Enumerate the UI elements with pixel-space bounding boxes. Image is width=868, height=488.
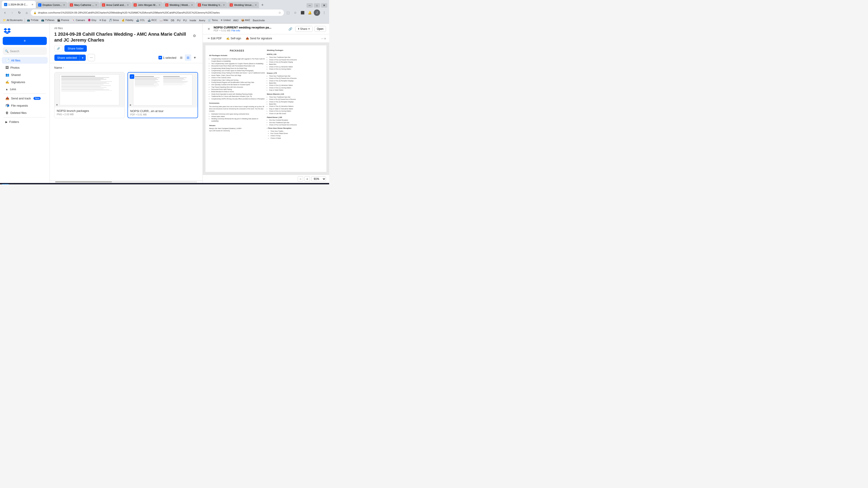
- more-actions-button[interactable]: ···: [88, 54, 95, 61]
- sidebar-item-file-requests[interactable]: 📬 File requests: [2, 102, 48, 109]
- screen-cast-button[interactable]: ⬚: [285, 9, 291, 16]
- bookmark-sirius[interactable]: 🎵 Sirius: [108, 18, 120, 22]
- bookmark-premre[interactable]: 🎬 Premre: [56, 18, 70, 22]
- sidebar-item-photos[interactable]: 🖼 Photos: [2, 64, 48, 71]
- sidebar-item-folders[interactable]: ▶ Folders: [2, 119, 48, 125]
- home-button[interactable]: ⌂: [24, 9, 30, 16]
- preview-expand-icon[interactable]: ∧: [324, 37, 326, 40]
- zoom-out-button[interactable]: −: [298, 176, 303, 182]
- bookmark-tvgde[interactable]: 📺 TVGde: [26, 18, 40, 22]
- shared-label: Shared: [11, 73, 21, 76]
- start-button[interactable]: ⊞: [2, 184, 9, 184]
- sidebar-item-shared[interactable]: 👥 Shared: [2, 71, 48, 78]
- preview-copy-link-button[interactable]: 🔗: [287, 26, 293, 32]
- preview-file-title: NOPSI CURRENT wedding reception pa...: [214, 26, 286, 29]
- tab-8[interactable]: D Wedding Venue... ✕: [227, 2, 259, 8]
- bookmark-exp[interactable]: ✈ Exp: [98, 18, 107, 22]
- share-selected-button[interactable]: Share selected: [55, 55, 80, 61]
- tab-6[interactable]: D Wedding | Wedd... ✕: [163, 2, 195, 8]
- preview-open-button[interactable]: Open: [314, 26, 326, 32]
- bookmark-basicinvite[interactable]: BasicInvite: [252, 19, 266, 22]
- bookmark-inside[interactable]: Inside: [188, 19, 197, 22]
- file-card-2[interactable]: ✓: [127, 72, 198, 118]
- maximize-button[interactable]: □: [314, 3, 320, 8]
- tab-4[interactable]: D Anna Cahill and... ✕: [100, 2, 131, 8]
- folders-label: Folders: [9, 120, 19, 124]
- search-placeholder-text: Search: [10, 50, 19, 53]
- sidebar-item-less[interactable]: ▲ Less: [2, 86, 48, 92]
- address-star-icon[interactable]: ☆: [278, 11, 281, 14]
- bookmark-avery[interactable]: Avery: [198, 19, 206, 22]
- tab-2-close[interactable]: ✕: [63, 4, 65, 6]
- bookmark-temu[interactable]: 🛒 Temu: [207, 18, 219, 22]
- minimize-button[interactable]: ─: [307, 3, 313, 8]
- sidebar-item-deleted-files[interactable]: 🗑 Deleted files: [2, 109, 48, 116]
- preview-share-button[interactable]: ⬆ Share ▼: [296, 26, 312, 32]
- grid-view-button[interactable]: ⊞: [178, 55, 184, 61]
- address-bar[interactable]: 🔒 dropbox.com/home/1%202024-09-28%20Cahi…: [31, 9, 284, 16]
- reload-button[interactable]: ↻: [16, 9, 23, 16]
- tab-5-close[interactable]: ✕: [158, 4, 160, 6]
- share-selected-dropdown-button[interactable]: ▼: [80, 55, 86, 61]
- settings-button[interactable]: ⚙: [191, 32, 198, 39]
- zoom-in-button[interactable]: +: [305, 176, 310, 182]
- tab-2[interactable]: D Dropbox Comm... ✕: [36, 2, 67, 8]
- extension-button[interactable]: ⬛: [299, 9, 306, 16]
- zoom-level-select[interactable]: 91% 75% 100% 125%: [311, 176, 326, 182]
- bookmark-fidelity[interactable]: 💰 Fidelity: [121, 18, 134, 22]
- name-column-header[interactable]: Name ↑: [54, 66, 198, 69]
- close-window-button[interactable]: ✕: [321, 3, 327, 8]
- browser-chrome: D 1 2024-09-28 C... ✕ D Dropbox Comm... …: [0, 0, 329, 24]
- bookmark-button[interactable]: ☆: [292, 9, 298, 16]
- bookmark-etsy[interactable]: 🧶 Etsy: [87, 18, 97, 22]
- tab-6-close[interactable]: ✕: [191, 4, 193, 6]
- bookmark-caesars[interactable]: 🃏 Caesars: [71, 18, 86, 22]
- tab-3-close[interactable]: ✕: [95, 4, 97, 6]
- tab-4-close[interactable]: ✕: [127, 4, 129, 6]
- tab-3[interactable]: D Mary Catherine ... ✕: [68, 2, 99, 8]
- new-tab-button[interactable]: +: [259, 2, 266, 8]
- edit-pdf-button[interactable]: ✏ Edit PDF: [206, 36, 223, 41]
- back-button[interactable]: ‹: [2, 9, 8, 16]
- bookmark-wiki[interactable]: 📖 Wiki: [158, 18, 169, 22]
- sidebar-item-signatures[interactable]: ✍ Signatures: [2, 78, 48, 86]
- dropbox-logo[interactable]: [0, 25, 50, 37]
- bookmark-awj[interactable]: AWJ: [232, 19, 240, 22]
- profile-avatar[interactable]: J: [314, 9, 320, 16]
- notifications-button[interactable]: 🔔: [307, 9, 313, 16]
- bookmark-db[interactable]: DB: [170, 19, 176, 22]
- share-folder-button[interactable]: Share folder: [64, 45, 87, 52]
- send-signature-button[interactable]: 📤 Send for signature: [244, 36, 274, 41]
- preview-body: PACKAGES All Packages Include: Complimen…: [203, 43, 329, 175]
- new-button[interactable]: +: [3, 37, 47, 45]
- bookmark-pu[interactable]: PU: [176, 19, 182, 22]
- folder-title: 1 2024-09-28 Cahill Charles Wedding - AM…: [54, 31, 189, 43]
- bookmark-amz[interactable]: 📦 AMZ: [240, 18, 251, 22]
- bookmark-rcc[interactable]: 🚢 RCC: [147, 18, 158, 22]
- preview-more-icon[interactable]: ···: [321, 37, 324, 40]
- menu-button[interactable]: ⋮: [321, 9, 327, 16]
- tab-5[interactable]: D John Morgan M... ✕: [131, 2, 163, 8]
- file-2-checkbox[interactable]: ✓: [130, 74, 134, 79]
- tab-8-close[interactable]: ✕: [255, 4, 257, 6]
- forward-button[interactable]: ›: [9, 9, 16, 16]
- grid-small-view-button[interactable]: ⊟: [185, 55, 191, 61]
- sidebar-item-all-files[interactable]: 📄 All files: [2, 57, 48, 64]
- file-1-dot: [56, 104, 58, 105]
- tab-1[interactable]: D 1 2024-09-28 C... ✕: [2, 1, 36, 8]
- file-info-link[interactable]: File info: [231, 29, 240, 32]
- bookmark-pli[interactable]: PLI: [182, 19, 188, 22]
- preview-close-button[interactable]: ✕: [206, 26, 212, 32]
- self-sign-button[interactable]: ✍ Self-sign: [224, 36, 243, 41]
- search-bar[interactable]: 🔍 Search: [3, 47, 47, 55]
- tab-7-close[interactable]: ✕: [223, 4, 225, 6]
- tab-1-close[interactable]: ✕: [31, 3, 33, 6]
- bookmarks-folder-icon[interactable]: 📁 All Bookmarks: [2, 18, 24, 22]
- sidebar-item-send-track[interactable]: 📤 Send and track New: [2, 95, 48, 102]
- bookmark-ccl[interactable]: 🚢 CCL: [135, 18, 146, 22]
- bookmark-tvnews[interactable]: 📺 TVNews: [40, 18, 55, 22]
- file-card-1[interactable]: NOPSI brunch packages PNG • 2.03 MB: [54, 72, 125, 118]
- bookmark-united[interactable]: ✈ United: [219, 18, 232, 22]
- list-view-button[interactable]: ▼: [192, 55, 198, 61]
- tab-7[interactable]: D Free Wedding V... ✕: [195, 2, 227, 8]
